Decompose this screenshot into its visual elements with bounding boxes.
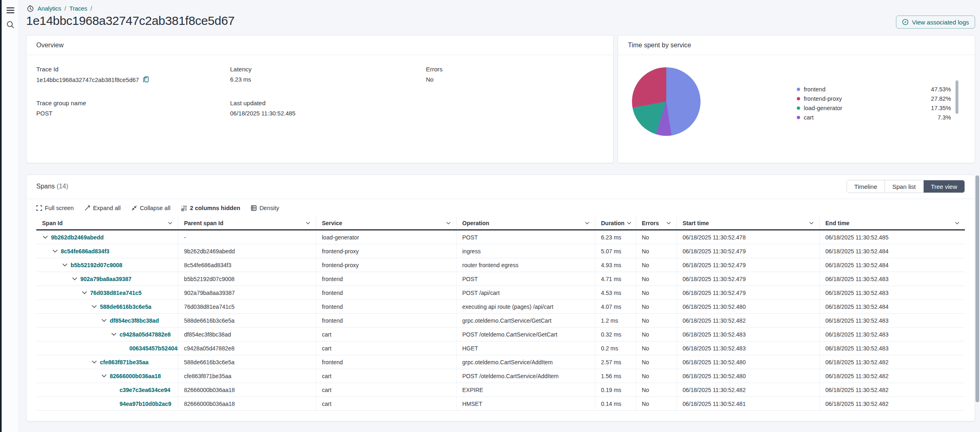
table-row: c39e7c3ea634ce9482666000b036aa18cartEXPI… xyxy=(36,383,965,397)
chevron-down-icon[interactable] xyxy=(446,222,450,224)
chevron-down-icon[interactable] xyxy=(627,222,631,224)
chevron-down-icon[interactable] xyxy=(585,222,589,224)
spans-panel: Spans (14) Timeline Span list Tree view … xyxy=(26,175,975,421)
span-id-link[interactable]: c39e7c3ea634ce94 xyxy=(120,387,171,393)
chevron-down-icon[interactable] xyxy=(102,319,106,322)
column-header-service[interactable]: Service xyxy=(316,217,457,229)
breadcrumb-analytics[interactable]: Analytics xyxy=(38,5,61,12)
service-cell: frontend-proxy xyxy=(316,258,457,272)
menu-icon[interactable] xyxy=(6,6,14,14)
duration-cell: 0.19 ms xyxy=(595,383,636,397)
chevron-down-icon[interactable] xyxy=(72,277,77,280)
span-id-link[interactable]: 82666000b036aa18 xyxy=(110,373,161,379)
column-header-duration[interactable]: Duration xyxy=(595,217,636,229)
expand-all-button[interactable]: Expand all xyxy=(84,205,121,211)
start-time-cell: 06/18/2025 11:30:52.479 xyxy=(677,244,820,258)
span-id-cell: 902a79ba8aa39387 xyxy=(36,272,178,286)
main-content: Analytics / Traces / 1e14bbc1968a32747c2… xyxy=(19,0,980,432)
end-time-cell: 06/18/2025 11:30:52.484 xyxy=(820,258,965,272)
legend-item[interactable]: cart7.3% xyxy=(797,113,951,122)
chevron-down-icon[interactable] xyxy=(53,250,58,253)
service-cell: frontend xyxy=(316,272,457,286)
table-row: df854ec3f8bc38ad588de6616b3c6e5afrontend… xyxy=(36,314,965,328)
chevron-down-icon[interactable] xyxy=(102,374,106,377)
legend-scrollbar-thumb[interactable] xyxy=(956,80,958,114)
operation-cell: ingress xyxy=(457,244,595,258)
service-cell: cart xyxy=(316,369,457,383)
trace-id-value: 1e14bbc1968a32747c2ab381f8ce5d67 xyxy=(36,77,139,83)
legend-item[interactable]: frontend47.53% xyxy=(797,84,951,94)
span-id-link[interactable]: 588de6616b3c6e5a xyxy=(100,304,151,310)
chevron-down-icon[interactable] xyxy=(92,361,97,363)
span-id-cell: 94ea97b10d0b2ac9 xyxy=(36,397,178,410)
chevron-down-icon[interactable] xyxy=(82,291,87,294)
span-id-link[interactable]: 76d038d81ea741c5 xyxy=(90,290,142,296)
timeline-view-button[interactable]: Timeline xyxy=(847,180,885,193)
density-button[interactable]: Density xyxy=(251,205,279,211)
parent-span-id-cell: 588de6616b3c6e5a xyxy=(178,314,316,327)
span-id-link[interactable]: 902a79ba8aa39387 xyxy=(80,276,131,282)
chevron-down-icon[interactable] xyxy=(306,222,310,224)
chevron-down-icon[interactable] xyxy=(111,333,116,336)
end-time-cell: 06/18/2025 11:30:52.483 xyxy=(820,328,965,341)
column-header-parent-span-id[interactable]: Parent span Id xyxy=(178,217,316,229)
collapse-all-button[interactable]: Collapse all xyxy=(131,205,171,211)
start-time-cell: 06/18/2025 11:30:52.480 xyxy=(677,300,820,313)
service-cell: load-generator xyxy=(316,230,457,244)
legend-item[interactable]: load-generator17.35% xyxy=(797,103,951,113)
end-time-cell: 06/18/2025 11:30:52.483 xyxy=(820,314,965,327)
span-id-link[interactable]: c9428a05d47882e8 xyxy=(120,331,171,338)
legend-label: frontend xyxy=(804,86,825,93)
page-scrollbar-thumb[interactable] xyxy=(976,175,979,402)
table-row: c9428a05d47882e8df854ec3f8bc38adcartPOST… xyxy=(36,328,965,341)
full-screen-button[interactable]: Full screen xyxy=(36,205,74,211)
column-header-errors[interactable]: Errors xyxy=(636,217,677,229)
table-row: b5b52192d07c90088c54fe686ad834f3frontend… xyxy=(36,258,965,272)
column-header-start-time[interactable]: Start time xyxy=(677,217,820,229)
time-spent-pie-chart[interactable] xyxy=(632,67,701,136)
trace-group-field: Trace group name POST xyxy=(36,100,230,117)
span-list-view-button[interactable]: Span list xyxy=(885,180,924,193)
column-header-operation[interactable]: Operation xyxy=(457,217,595,229)
span-id-link[interactable]: 94ea97b10d0b2ac9 xyxy=(120,401,171,407)
chevron-down-icon[interactable] xyxy=(809,222,814,224)
parent-span-id-cell: b5b52192d07c9008 xyxy=(178,272,316,286)
span-id-link[interactable]: 006345457b524048 xyxy=(129,345,178,352)
start-time-cell: 06/18/2025 11:30:52.479 xyxy=(677,258,820,272)
columns-hidden-button[interactable]: 2 columns hidden xyxy=(181,205,240,211)
chevron-down-icon[interactable] xyxy=(62,264,67,266)
copy-icon[interactable] xyxy=(143,76,149,83)
span-id-cell: c9428a05d47882e8 xyxy=(36,328,178,341)
span-id-link[interactable]: df854ec3f8bc38ad xyxy=(110,317,159,324)
chevron-down-icon[interactable] xyxy=(92,305,97,308)
breadcrumb-traces[interactable]: Traces xyxy=(69,5,87,12)
service-cell: cart xyxy=(316,328,457,341)
legend-dot-icon xyxy=(797,116,800,119)
legend-percentage: 7.3% xyxy=(938,114,951,121)
view-associated-logs-button[interactable]: View associated logs xyxy=(896,16,975,29)
span-id-link[interactable]: cfe863f871be35aa xyxy=(100,359,149,366)
table-row: 82666000b036aa18cfe863f871be35aacartPOST… xyxy=(36,369,965,383)
chevron-down-icon[interactable] xyxy=(43,236,48,239)
chevron-down-icon[interactable] xyxy=(667,222,671,224)
search-icon[interactable] xyxy=(6,20,14,29)
errors-cell: No xyxy=(636,397,677,410)
parent-span-id-cell: 82666000b036aa18 xyxy=(178,397,316,410)
service-cell: frontend xyxy=(316,355,457,369)
recent-history-icon[interactable] xyxy=(26,4,34,13)
span-id-cell: 8c54fe686ad834f3 xyxy=(36,244,178,258)
column-header-span-id[interactable]: Span Id xyxy=(36,217,178,229)
operation-cell: executing api route (pages) /api/cart xyxy=(457,300,595,313)
tree-view-button[interactable]: Tree view xyxy=(924,180,964,193)
time-spent-title: Time spent by service xyxy=(618,35,975,55)
span-id-link[interactable]: 8c54fe686ad834f3 xyxy=(61,248,109,255)
span-id-link[interactable]: b5b52192d07c9008 xyxy=(71,262,122,268)
chevron-down-icon[interactable] xyxy=(955,222,959,224)
span-id-link[interactable]: 9b262db2469abedd xyxy=(51,234,104,241)
errors-cell: No xyxy=(636,383,677,397)
table-row: 8c54fe686ad834f39b262db2469abeddfrontend… xyxy=(36,244,965,258)
legend-item[interactable]: frontend-proxy27.82% xyxy=(797,94,951,103)
chevron-down-icon[interactable] xyxy=(168,222,172,224)
column-header-end-time[interactable]: End time xyxy=(820,217,965,229)
errors-cell: No xyxy=(636,230,677,244)
